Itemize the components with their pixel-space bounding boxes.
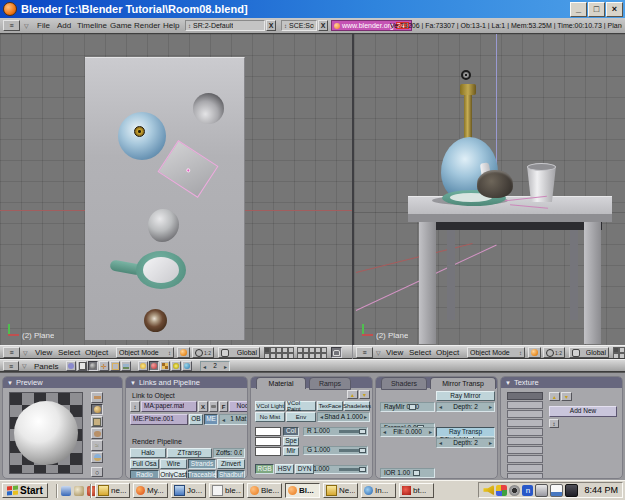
pivot-dropdown[interactable]: 1:2 xyxy=(192,347,214,358)
preview-flat-button[interactable] xyxy=(91,392,103,403)
tray-window-icon[interactable] xyxy=(535,484,548,497)
header-collapse-icon[interactable]: ▽ xyxy=(22,362,27,369)
tray-display-icon[interactable] xyxy=(496,485,507,496)
no-mist-toggle[interactable]: No Mist xyxy=(255,412,285,422)
window-type-menu-icon[interactable]: ≡ xyxy=(3,20,20,31)
menu-game[interactable]: Game xyxy=(110,21,132,30)
frame-number-field[interactable]: ◂2▸ xyxy=(200,361,230,372)
fake-user-button[interactable]: F xyxy=(219,401,228,412)
material-name-field[interactable]: MA:paper.mat xyxy=(141,401,197,412)
dyn-button[interactable]: DYN xyxy=(295,464,314,474)
lamp-rod[interactable] xyxy=(464,95,472,139)
g-slider[interactable]: G 1.000 xyxy=(303,446,368,455)
preview-panel-header[interactable]: ▼ Preview xyxy=(3,377,122,388)
paste-texture-icon[interactable]: ▾ xyxy=(561,392,572,401)
lamp-finial[interactable] xyxy=(460,84,476,95)
layer-buttons-group1[interactable] xyxy=(264,347,294,359)
texture-browse-dropdown[interactable]: ↕ xyxy=(549,419,559,428)
scene-context-icon[interactable] xyxy=(121,361,131,371)
table-leg-left[interactable] xyxy=(419,222,436,344)
nodes-button[interactable]: Nodes xyxy=(229,401,248,412)
script-context-icon[interactable] xyxy=(77,361,87,371)
texture-slot[interactable] xyxy=(507,419,543,427)
taskbar-item-document[interactable]: ble... xyxy=(209,483,244,498)
menu-view[interactable]: View xyxy=(35,348,52,357)
preview-osa-button[interactable]: ○ xyxy=(91,467,103,477)
traceable-toggle[interactable]: Traceable xyxy=(188,470,216,479)
window-type-menu-icon[interactable]: ≡ xyxy=(356,347,373,358)
preview-cube-button[interactable] xyxy=(91,416,103,427)
sphere-object[interactable] xyxy=(193,93,224,124)
table-leg-right[interactable] xyxy=(584,222,601,344)
transp-depth-field[interactable]: ◂Depth: 2▸ xyxy=(436,438,495,448)
menu-object[interactable]: Object xyxy=(85,348,108,357)
screen-selector[interactable]: ↕ SR:2-Default xyxy=(185,20,265,31)
header-collapse-icon[interactable]: ▽ xyxy=(23,349,28,356)
scene-close-button[interactable]: X xyxy=(318,20,328,31)
hsv-button[interactable]: HSV xyxy=(275,464,294,474)
tab-material[interactable]: Material xyxy=(256,377,306,389)
shadeless-toggle[interactable]: Shadeless xyxy=(344,401,370,411)
layer-buttons-group1[interactable] xyxy=(613,347,625,359)
lamp-subcontext-icon[interactable] xyxy=(138,361,148,371)
mirror-color-swatch[interactable] xyxy=(255,447,281,456)
raymir-slider[interactable]: RayMir 0.00 xyxy=(380,402,435,412)
mir-button[interactable]: Mir xyxy=(283,447,299,456)
r-slider[interactable]: R 1.000 xyxy=(303,427,368,436)
zinvert-toggle[interactable]: Zinvert xyxy=(217,459,245,469)
menu-view[interactable]: View xyxy=(386,348,403,357)
draw-type-dropdown[interactable] xyxy=(528,347,541,358)
tray-camera-icon[interactable] xyxy=(565,484,578,497)
onlycast-toggle[interactable]: OnlyCast xyxy=(160,470,187,479)
preview-sphere-sky-button[interactable] xyxy=(91,452,103,463)
header-collapse-icon[interactable]: ▽ xyxy=(24,22,29,29)
brush-top-object[interactable] xyxy=(144,309,167,332)
close-button[interactable]: × xyxy=(606,2,623,17)
full-osa-toggle[interactable]: Full Osa xyxy=(130,459,159,469)
panels-menu[interactable]: Panels xyxy=(34,362,58,371)
scene-selector[interactable]: ↕ SCE:Scene xyxy=(281,20,317,31)
material-browse-dropdown[interactable]: ↕ xyxy=(130,401,140,412)
table-rear-leg[interactable] xyxy=(570,225,578,320)
strands-toggle[interactable]: Strands xyxy=(188,459,216,469)
env-toggle[interactable]: Env xyxy=(286,412,316,422)
material-unlink-button[interactable]: X xyxy=(198,401,208,412)
col-button[interactable]: Col xyxy=(283,427,299,436)
links-panel-header[interactable]: ▼ Links and Pipeline xyxy=(126,377,247,388)
add-new-texture-button[interactable]: Add New xyxy=(549,406,617,417)
texture-slot[interactable] xyxy=(507,446,543,454)
tab-mirror-transp[interactable]: Mirror Transp xyxy=(430,377,496,389)
header-collapse-icon[interactable]: ▽ xyxy=(376,349,381,356)
screen-close-button[interactable]: X xyxy=(266,20,276,31)
wire-toggle[interactable]: Wire xyxy=(160,459,187,469)
texture-slot[interactable] xyxy=(507,473,543,479)
menu-select[interactable]: Select xyxy=(58,348,80,357)
preview-hair-button[interactable]: ≈ xyxy=(91,440,103,451)
editing-context-icon[interactable] xyxy=(110,361,120,371)
lock-icon[interactable] xyxy=(331,347,342,358)
tray-gear-icon[interactable] xyxy=(509,485,520,496)
panel-collapse-icon[interactable]: ▼ xyxy=(7,380,13,386)
panel-collapse-icon[interactable]: ▼ xyxy=(505,380,511,386)
ztransp-toggle[interactable]: ZTransp xyxy=(167,448,212,458)
panel-collapse-icon[interactable]: ▼ xyxy=(130,380,136,386)
ray-mirror-toggle[interactable]: Ray Mirror xyxy=(436,391,495,401)
lamp-gizmo-icon[interactable] xyxy=(461,70,471,80)
tray-messenger-icon[interactable]: n xyxy=(522,485,533,496)
mesh-name-field[interactable]: ME:Plane.001 xyxy=(130,414,188,425)
taskbar-item-bt[interactable]: bt... xyxy=(399,483,434,498)
rgb-button[interactable]: RGB xyxy=(255,464,274,474)
zoffs-field[interactable]: Zoffs: 0.000 xyxy=(213,448,245,458)
vcol-paint-toggle[interactable]: VCol Paint xyxy=(286,401,316,411)
ob-button[interactable]: OB xyxy=(189,414,203,425)
tab-shaders[interactable]: Shaders xyxy=(381,377,427,390)
texture-slot[interactable] xyxy=(507,401,543,409)
texture-slot[interactable] xyxy=(507,455,543,463)
menu-select[interactable]: Select xyxy=(409,348,431,357)
halo-toggle[interactable]: Halo xyxy=(130,448,166,458)
diffuse-color-swatch[interactable] xyxy=(255,427,281,436)
start-button[interactable]: Start xyxy=(2,483,48,498)
radiosity-subcontext-icon[interactable] xyxy=(171,361,181,371)
world-subcontext-icon[interactable] xyxy=(182,361,192,371)
window-type-menu-icon[interactable]: ≡ xyxy=(3,361,19,371)
